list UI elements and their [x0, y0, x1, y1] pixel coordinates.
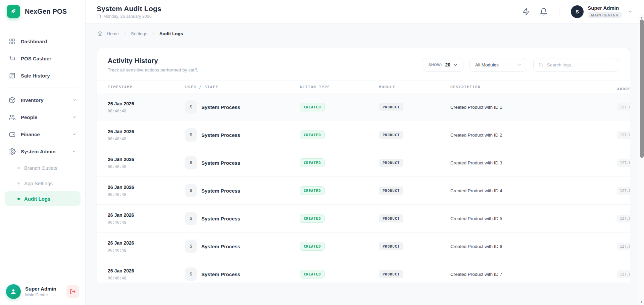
sidebar-item-label: System Admin: [21, 149, 67, 154]
receipt-icon: [9, 72, 16, 79]
page-heading: System Audit Logs Monday, 26 January 202…: [97, 5, 522, 19]
row-ip: 127.0.0.1: [617, 103, 630, 111]
row-date: 26 Jan 2026: [108, 212, 185, 218]
chevron-up-icon: [72, 149, 77, 154]
breadcrumb-home[interactable]: Home: [107, 31, 119, 36]
action-badge: CREATED: [300, 242, 325, 251]
sidebar-item-inventory[interactable]: Inventory: [4, 92, 81, 108]
sidebar: NexGen POS Dashboard POS Cashier Sale Hi…: [0, 0, 86, 305]
main-area: System Audit Logs Monday, 26 January 202…: [86, 0, 644, 305]
row-description: Created Product with ID 3: [450, 160, 617, 165]
show-value: 20: [445, 62, 450, 67]
search-input[interactable]: [547, 62, 614, 67]
page-title: System Audit Logs: [97, 5, 522, 13]
sidebar-divider: [8, 88, 77, 88]
bullet-icon: [17, 182, 20, 185]
show-count-select[interactable]: SHOW: 20: [423, 58, 463, 72]
action-badge: CREATED: [300, 270, 325, 278]
sidebar-user-name: Super Admin: [25, 286, 62, 292]
column-header: USER / STAFF: [185, 85, 300, 89]
column-header: DESCRIPTION: [450, 85, 617, 89]
wallet-icon: [9, 131, 16, 138]
module-filter-select[interactable]: All Modules: [469, 58, 527, 72]
dashboard-icon: [9, 38, 16, 45]
topbar-divider: [559, 7, 559, 17]
row-description: Created Product with ID 1: [450, 105, 617, 110]
branch-badge: MAIN CENTER: [588, 12, 622, 18]
vertical-scrollbar[interactable]: ▲ ▼: [639, 14, 644, 305]
row-time: 00:40:48: [108, 164, 185, 169]
bell-icon[interactable]: [540, 8, 548, 16]
sidebar-item-sale-history[interactable]: Sale History: [4, 67, 81, 84]
row-description: Created Product with ID 7: [450, 272, 617, 277]
chevron-down-icon: [453, 63, 458, 67]
sidebar-item-label: Finance: [21, 132, 67, 137]
row-user: System Process: [201, 271, 240, 277]
row-time: 00:40:48: [108, 109, 185, 113]
action-badge: CREATED: [300, 158, 325, 167]
activity-history-card: Activity History Track all sensitive act…: [97, 48, 630, 283]
sidebar-subitem-audit-logs[interactable]: Audit Logs: [5, 191, 81, 206]
scroll-down-arrow[interactable]: ▼: [639, 300, 644, 304]
sidebar-item-label: Dashboard: [21, 39, 77, 44]
logout-button[interactable]: [66, 285, 79, 298]
action-badge: CREATED: [300, 131, 325, 139]
row-date: 26 Jan 2026: [108, 185, 185, 190]
sidebar-subitem-app-settings[interactable]: App Settings: [5, 176, 81, 191]
module-badge: PRODUCT: [379, 270, 403, 278]
row-user: System Process: [201, 160, 240, 166]
user-menu[interactable]: S Super Admin MAIN CENTER: [571, 5, 633, 18]
sidebar-item-finance[interactable]: Finance: [4, 126, 81, 142]
action-badge: CREATED: [300, 103, 325, 111]
user-initial-chip: S: [185, 128, 197, 142]
app-root: NexGen POS Dashboard POS Cashier Sale Hi…: [0, 0, 644, 305]
zap-icon[interactable]: [522, 8, 530, 16]
column-header: MODULE: [379, 85, 450, 89]
table-row[interactable]: 26 Jan 202600:40:48 SSystem Process CREA…: [97, 177, 630, 205]
user-initial-chip: S: [185, 100, 197, 114]
row-description: Created Product with ID 6: [450, 244, 617, 249]
column-header: ACTION TYPE: [300, 85, 379, 89]
sidebar-footer: Super Admin Main Center: [0, 278, 85, 305]
sidebar-item-dashboard[interactable]: Dashboard: [4, 33, 81, 49]
sidebar-user-meta: Super Admin Main Center: [25, 286, 62, 297]
table-row[interactable]: 26 Jan 202600:40:48 SSystem Process CREA…: [97, 260, 630, 283]
module-badge: PRODUCT: [379, 131, 403, 139]
module-badge: PRODUCT: [379, 242, 403, 250]
row-ip: 127.0.0.1: [617, 187, 630, 195]
sidebar-subitem-branch-outlets[interactable]: Branch Outlets: [5, 160, 81, 175]
table-row[interactable]: 26 Jan 202600:40:48 SSystem Process CREA…: [97, 205, 630, 233]
user-avatar-icon: [6, 284, 21, 299]
chevron-down-icon: [517, 63, 522, 67]
scrollbar-thumb[interactable]: [640, 19, 644, 158]
user-initial-chip: S: [185, 212, 197, 225]
scroll-up-arrow[interactable]: ▲: [639, 15, 644, 20]
table-row[interactable]: 26 Jan 202600:40:48 SSystem Process CREA…: [97, 233, 630, 260]
show-label: SHOW:: [429, 63, 442, 67]
search-icon: [538, 62, 544, 67]
table-row[interactable]: 26 Jan 202600:40:48 SSystem Process CREA…: [97, 149, 630, 177]
user-avatar: S: [571, 5, 584, 18]
table-row[interactable]: 26 Jan 202600:40:48 SSystem Process CREA…: [97, 93, 630, 121]
chevron-down-icon: [72, 132, 77, 137]
sidebar-item-pos-cashier[interactable]: POS Cashier: [4, 50, 81, 66]
bullet-icon: [17, 198, 20, 200]
table-row[interactable]: 26 Jan 202600:40:48 SSystem Process CREA…: [97, 121, 630, 149]
chevron-right-icon: [123, 32, 127, 36]
row-ip: 127.0.0.1: [617, 270, 630, 278]
breadcrumb-settings[interactable]: Settings: [131, 31, 147, 36]
sidebar-subitem-label: App Settings: [24, 181, 53, 186]
row-ip: 127.0.0.1: [617, 131, 630, 139]
users-icon: [9, 114, 16, 121]
content-area: Home Settings Audit Logs Activity Histor…: [86, 23, 644, 305]
sidebar-item-system-admin[interactable]: System Admin: [4, 143, 81, 159]
row-description: Created Product with ID 2: [450, 133, 617, 138]
sidebar-item-people[interactable]: People: [4, 109, 81, 125]
module-filter-value: All Modules: [475, 62, 499, 67]
row-user: System Process: [201, 244, 240, 249]
sidebar-nav: Dashboard POS Cashier Sale History Inv: [0, 23, 85, 278]
app-name: NexGen POS: [25, 8, 67, 15]
action-badge: CREATED: [300, 186, 325, 195]
action-badge: CREATED: [300, 214, 325, 223]
home-icon[interactable]: [97, 31, 103, 36]
